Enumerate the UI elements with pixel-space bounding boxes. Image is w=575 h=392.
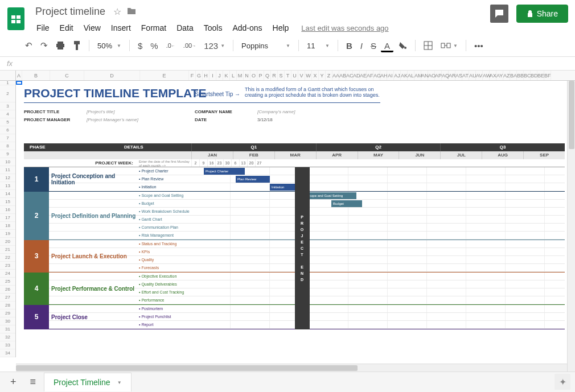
redo-button[interactable]: ↷ [37, 38, 51, 53]
column-header[interactable]: L [230, 71, 237, 80]
column-header[interactable]: X [312, 71, 319, 80]
row-header[interactable]: 31 [0, 325, 15, 333]
column-header[interactable]: AF [367, 71, 373, 80]
column-header[interactable]: F [189, 71, 196, 80]
share-button[interactable]: Share [516, 5, 568, 23]
strikethrough-button[interactable]: S [367, 39, 380, 53]
zoom-select[interactable]: 50%▼ [94, 39, 125, 52]
decrease-decimal-button[interactable]: .0← [163, 40, 179, 51]
bold-button[interactable]: B [343, 39, 356, 53]
column-header[interactable]: AM [414, 71, 421, 80]
column-header[interactable]: O [250, 71, 257, 80]
menu-format[interactable]: Format [137, 21, 171, 35]
row-header[interactable]: 15 [0, 198, 15, 206]
column-header[interactable]: BE [537, 71, 544, 80]
column-header[interactable]: C [50, 71, 84, 80]
row-header[interactable]: 22 [0, 254, 15, 262]
row-header[interactable]: 5 [0, 118, 15, 126]
row-header[interactable]: 12 [0, 174, 15, 182]
move-folder-icon[interactable] [127, 7, 136, 17]
menu-tools[interactable]: Tools [199, 21, 227, 35]
column-header[interactable]: AO [428, 71, 435, 80]
font-size-select[interactable]: 11▼ [303, 39, 333, 52]
row-header[interactable]: 30 [0, 317, 15, 325]
column-header[interactable]: AS [455, 71, 462, 80]
percent-button[interactable]: % [147, 39, 161, 53]
font-select[interactable]: Poppins▼ [238, 39, 294, 52]
column-header[interactable]: AL [408, 71, 414, 80]
column-header[interactable]: P [257, 71, 264, 80]
column-header[interactable]: J [216, 71, 223, 80]
column-header[interactable]: AY [496, 71, 503, 80]
column-header[interactable]: AC [346, 71, 353, 80]
text-color-button[interactable]: A [381, 39, 393, 52]
sheets-icon[interactable] [5, 5, 27, 33]
column-header[interactable]: V [298, 71, 305, 80]
column-header[interactable]: AE [360, 71, 367, 80]
star-icon[interactable]: ☆ [113, 6, 121, 17]
add-sheet-button[interactable]: + [5, 373, 22, 391]
menu-view[interactable]: View [79, 21, 105, 35]
row-header[interactable]: 6 [0, 126, 15, 134]
row-header[interactable]: 7 [0, 134, 15, 142]
column-header[interactable]: G [196, 71, 203, 80]
sheet-tab[interactable]: Project Timeline ▼ [44, 373, 132, 391]
column-header[interactable]: T [285, 71, 291, 80]
column-header[interactable]: AB [339, 71, 346, 80]
column-header[interactable]: E [140, 71, 189, 80]
column-header[interactable]: AI [387, 71, 394, 80]
explore-button[interactable]: ✦ [555, 374, 570, 390]
column-header[interactable]: AW [483, 71, 490, 80]
row-header[interactable]: 4 [0, 110, 15, 118]
row-header[interactable]: 27 [0, 294, 15, 302]
doc-title[interactable]: Project timeline [33, 5, 108, 19]
merge-button[interactable]: ▼ [437, 39, 461, 52]
row-header[interactable]: 25 [0, 278, 15, 286]
tip-link[interactable]: Smartsheet Tip → [195, 91, 240, 97]
increase-decimal-button[interactable]: .00→ [180, 40, 199, 51]
column-header[interactable]: AQ [442, 71, 449, 80]
row-header[interactable]: 23 [0, 262, 15, 270]
column-header[interactable]: AR [449, 71, 455, 80]
column-header[interactable]: AN [421, 71, 428, 80]
column-header[interactable]: BB [517, 71, 524, 80]
column-header[interactable]: BA [510, 71, 517, 80]
comments-icon[interactable] [490, 5, 508, 23]
row-header[interactable]: 16 [0, 206, 15, 214]
all-sheets-button[interactable]: ≡ [24, 373, 42, 391]
column-header[interactable]: B [22, 71, 50, 80]
sheet-menu-icon[interactable]: ▼ [117, 380, 122, 385]
column-header[interactable]: BC [524, 71, 531, 80]
column-header[interactable]: AP [435, 71, 442, 80]
column-header[interactable]: I [210, 71, 216, 80]
menu-add-ons[interactable]: Add-ons [228, 21, 266, 35]
column-header[interactable]: BD [531, 71, 537, 80]
column-header[interactable]: AJ [394, 71, 401, 80]
column-header[interactable]: Q [264, 71, 271, 80]
horizontal-scrollbar[interactable] [16, 364, 567, 372]
row-header[interactable]: 19 [0, 230, 15, 238]
borders-button[interactable] [420, 39, 436, 52]
column-header[interactable]: AZ [503, 71, 510, 80]
column-header[interactable]: W [305, 71, 312, 80]
column-header[interactable]: U [291, 71, 298, 80]
row-header[interactable]: 29 [0, 310, 15, 317]
row-header[interactable]: 26 [0, 286, 15, 294]
print-button[interactable] [52, 39, 68, 52]
row-header[interactable]: 32 [0, 333, 15, 341]
menu-data[interactable]: Data [172, 21, 198, 35]
row-header[interactable]: 9 [0, 150, 15, 158]
column-header[interactable]: AK [401, 71, 408, 80]
column-header[interactable]: N [244, 71, 250, 80]
column-header[interactable]: AH [380, 71, 387, 80]
column-header[interactable]: AU [469, 71, 476, 80]
column-header[interactable]: A [16, 71, 22, 80]
column-header[interactable]: AG [373, 71, 380, 80]
row-header[interactable]: 13 [0, 182, 15, 190]
column-header[interactable]: R [271, 71, 278, 80]
menu-insert[interactable]: Insert [106, 21, 135, 35]
row-header[interactable]: 1 [0, 81, 15, 85]
more-toolbar-button[interactable]: ••• [471, 39, 487, 53]
formula-input[interactable] [19, 57, 575, 70]
column-header[interactable]: Y [319, 71, 326, 80]
